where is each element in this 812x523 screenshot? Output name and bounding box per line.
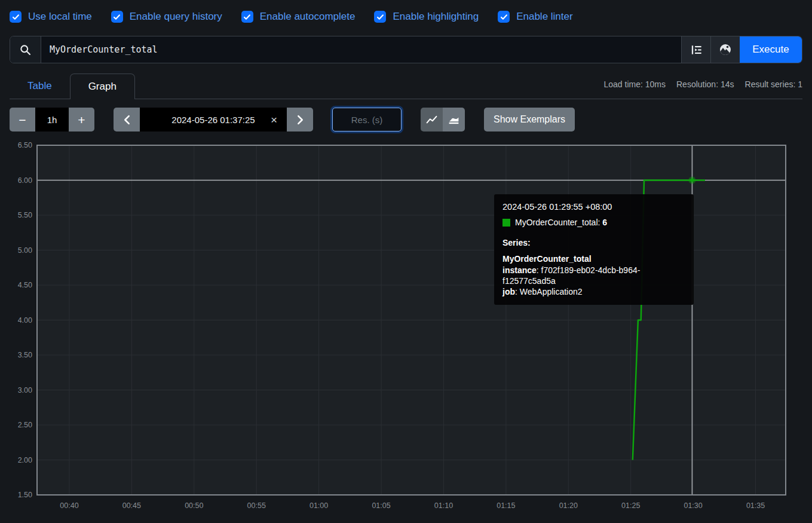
tooltip-series-title: MyOrderCounter_total xyxy=(502,253,685,264)
checkbox-enable-linter[interactable]: Enable linter xyxy=(498,11,573,23)
checkbox-checked-icon xyxy=(111,11,123,23)
tooltip-timestamp: 2024-05-26 01:29:55 +08:00 xyxy=(502,201,685,213)
time-back-button[interactable] xyxy=(114,108,140,131)
svg-text:01:25: 01:25 xyxy=(621,501,640,510)
chevron-right-icon xyxy=(296,115,304,125)
checkbox-label: Enable linter xyxy=(516,11,573,23)
svg-text:6.50: 6.50 xyxy=(18,141,32,149)
svg-text:00:45: 00:45 xyxy=(122,501,141,510)
svg-text:01:15: 01:15 xyxy=(497,501,515,510)
svg-text:2.50: 2.50 xyxy=(18,421,32,429)
stacked-area-chart-icon xyxy=(448,114,460,126)
svg-text:1.50: 1.50 xyxy=(18,491,32,499)
range-group: − 1h + xyxy=(10,108,94,131)
series-color-swatch xyxy=(502,219,510,227)
tooltip-label-instance: instance: f702f189-eb02-4dcb-b964-f12577… xyxy=(502,265,685,287)
tooltip-label-job: job: WebApplication2 xyxy=(502,286,685,297)
checkbox-label: Enable autocomplete xyxy=(260,11,356,23)
clear-time-icon[interactable]: × xyxy=(271,114,277,126)
result-tabs: Table Graph Load time: 10ms Resolution: … xyxy=(10,74,802,99)
svg-text:01:35: 01:35 xyxy=(746,501,765,510)
tooltip-series-heading: Series: xyxy=(502,237,685,248)
show-exemplars-button[interactable]: Show Exemplars xyxy=(484,108,575,131)
checkbox-checked-icon xyxy=(10,11,22,23)
tab-graph[interactable]: Graph xyxy=(70,74,135,99)
range-duration-input[interactable]: 1h xyxy=(35,108,69,131)
search-icon xyxy=(10,36,41,63)
checkbox-checked-icon xyxy=(241,11,253,23)
query-expression-input[interactable] xyxy=(41,36,681,63)
svg-text:5.50: 5.50 xyxy=(18,211,32,219)
checkbox-enable-query-history[interactable]: Enable query history xyxy=(111,11,222,23)
checkbox-enable-highlighting[interactable]: Enable highlighting xyxy=(374,11,479,23)
svg-text:00:40: 00:40 xyxy=(60,501,78,510)
load-time: Load time: 10ms xyxy=(604,79,666,89)
checkbox-label: Enable query history xyxy=(130,11,222,23)
svg-text:5.00: 5.00 xyxy=(18,246,32,255)
end-time-value: 2024-05-26 01:37:25 xyxy=(171,115,255,125)
query-stats: Load time: 10ms Resolution: 14s Result s… xyxy=(604,79,803,89)
checkbox-checked-icon xyxy=(498,11,510,23)
svg-text:6.00: 6.00 xyxy=(18,176,32,185)
graph-canvas[interactable]: 1.502.002.503.003.504.004.505.005.506.00… xyxy=(10,140,802,519)
execute-button[interactable]: Execute xyxy=(740,36,802,63)
format-expression-button[interactable] xyxy=(681,36,710,63)
checkbox-use-local-time[interactable]: Use local time xyxy=(10,11,92,23)
graph-controls: − 1h + 2024-05-26 01:37:25 × xyxy=(10,99,802,131)
chart-type-group xyxy=(421,108,465,131)
svg-text:3.00: 3.00 xyxy=(18,386,32,394)
svg-text:01:10: 01:10 xyxy=(434,501,453,510)
svg-text:01:00: 01:00 xyxy=(310,501,328,510)
resolution: Resolution: 14s xyxy=(676,79,734,89)
svg-text:2.00: 2.00 xyxy=(18,456,32,464)
svg-text:3.50: 3.50 xyxy=(18,351,32,359)
svg-text:4.50: 4.50 xyxy=(18,281,32,289)
svg-text:01:05: 01:05 xyxy=(372,501,390,510)
end-time-input[interactable]: 2024-05-26 01:37:25 × xyxy=(140,108,287,131)
decrease-range-button[interactable]: − xyxy=(10,108,35,131)
tab-table[interactable]: Table xyxy=(10,74,70,99)
svg-text:01:20: 01:20 xyxy=(559,501,578,510)
line-chart-icon xyxy=(425,114,438,126)
hover-tooltip: 2024-05-26 01:29:55 +08:00 MyOrderCounte… xyxy=(494,194,694,305)
svg-text:01:30: 01:30 xyxy=(684,501,702,510)
checkbox-checked-icon xyxy=(374,11,386,23)
tooltip-series-value: MyOrderCounter_total: 6 xyxy=(515,217,607,228)
svg-text:00:50: 00:50 xyxy=(185,501,203,510)
query-bar: Execute xyxy=(10,36,802,63)
increase-range-button[interactable]: + xyxy=(69,108,94,131)
metrics-explorer-button[interactable] xyxy=(710,36,740,63)
options-bar: Use local time Enable query history Enab… xyxy=(0,0,812,23)
checkbox-label: Use local time xyxy=(28,11,92,23)
chevron-left-icon xyxy=(123,115,131,125)
stacked-chart-toggle-button[interactable] xyxy=(443,108,465,131)
globe-icon xyxy=(718,42,733,57)
svg-text:00:55: 00:55 xyxy=(247,501,266,510)
graph-panel: − 1h + 2024-05-26 01:37:25 × xyxy=(10,99,802,519)
checkbox-enable-autocomplete[interactable]: Enable autocomplete xyxy=(241,11,356,23)
indent-lines-icon xyxy=(690,43,703,57)
svg-text:4.00: 4.00 xyxy=(18,316,32,325)
checkbox-label: Enable highlighting xyxy=(393,11,479,23)
time-group: 2024-05-26 01:37:25 × xyxy=(114,108,313,131)
resolution-input[interactable] xyxy=(332,108,402,131)
result-series: Result series: 1 xyxy=(745,79,802,89)
time-forward-button[interactable] xyxy=(287,108,313,131)
line-chart-toggle-button[interactable] xyxy=(421,108,443,131)
